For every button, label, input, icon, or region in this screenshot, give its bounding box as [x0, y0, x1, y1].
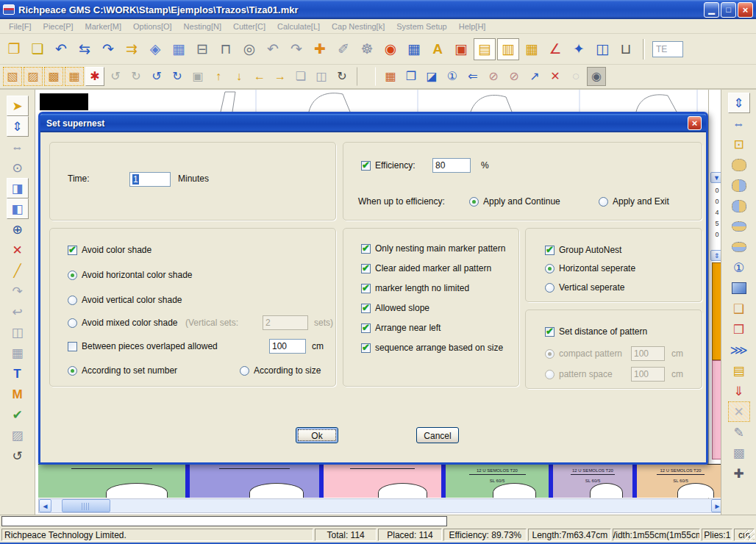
stack-pieces-icon[interactable]: ▦: [7, 343, 29, 363]
zoom-all-icon[interactable]: ⊡: [728, 134, 750, 154]
system-setting-icon[interactable]: ☸: [356, 38, 378, 60]
remove-piece-icon[interactable]: ▨: [7, 425, 29, 445]
select-icon[interactable]: ➤: [7, 96, 29, 116]
marker-length-no-limited-checkbox[interactable]: [361, 284, 371, 293]
resize-grip[interactable]: [744, 530, 755, 540]
redo-icon[interactable]: ↷: [285, 38, 307, 60]
zoom-height-icon[interactable]: ⇕: [728, 93, 750, 113]
vertical-seperate-radio[interactable]: [545, 283, 554, 293]
add-piece-small-icon[interactable]: ❏: [291, 67, 310, 86]
piece-style-2-icon[interactable]: [728, 175, 750, 196]
slope-disabled-2-icon[interactable]: ⊘: [504, 67, 524, 86]
overlap-input[interactable]: 100: [269, 339, 306, 354]
edit-piece-icon[interactable]: ✎: [728, 422, 750, 443]
zoom-region-disabled-icon[interactable]: ◌: [566, 67, 585, 86]
slope-disabled-1-icon[interactable]: ⊘: [484, 67, 503, 86]
menu-item[interactable]: System Setup: [391, 21, 452, 32]
move-up-icon[interactable]: ↑: [209, 67, 228, 86]
select-region-disabled-icon[interactable]: ▣: [188, 67, 207, 86]
menu-item[interactable]: Calculate[L]: [271, 21, 326, 32]
maximize-button[interactable]: □: [721, 2, 736, 18]
apply-and-continue-radio[interactable]: [469, 197, 479, 207]
efficiency-checkbox[interactable]: [361, 161, 371, 171]
menu-item[interactable]: Marker[M]: [79, 21, 128, 32]
marker-piece-green-2[interactable]: 12 U SEMOLOS T20 SL 60/5: [446, 464, 549, 498]
image-transfer-icon[interactable]: ▣: [450, 38, 472, 60]
rotate-arc-icon[interactable]: ↷: [7, 281, 29, 301]
pair-piece-icon[interactable]: ◫: [312, 67, 331, 86]
marker-piece-pink[interactable]: [324, 464, 441, 498]
piece-flip-icon[interactable]: ◪: [422, 67, 441, 86]
apply-and-exit-radio[interactable]: [599, 197, 608, 207]
move-left-icon[interactable]: ←: [250, 67, 269, 86]
close-button[interactable]: ×: [738, 2, 753, 18]
zoom-width-icon[interactable]: ⇔: [728, 113, 750, 134]
zoom-in-icon[interactable]: ⊕: [7, 219, 29, 240]
folder-insert-icon[interactable]: ⇓: [728, 381, 750, 401]
measure-icon[interactable]: ╱: [7, 260, 29, 281]
folder-rows-icon[interactable]: ▤: [728, 360, 750, 381]
piece-star-icon[interactable]: ✦: [568, 38, 590, 60]
move-right-icon[interactable]: →: [271, 67, 290, 86]
plotter-icon[interactable]: ⊓: [215, 38, 237, 60]
marker-table-view-icon[interactable]: ▦: [521, 38, 543, 60]
refresh-icon[interactable]: ↻: [332, 67, 352, 86]
open-next-marker-icon[interactable]: ↷: [97, 38, 119, 60]
marker-piece-tan[interactable]: 12 U SEMOLOS T20 SL 60/5: [637, 464, 724, 498]
zoom-vertical-icon[interactable]: ⇕: [7, 116, 29, 137]
nest-tool-4-icon[interactable]: ▦: [65, 67, 84, 86]
gradient-rect-icon[interactable]: [728, 278, 750, 298]
group-autonest-checkbox[interactable]: [545, 246, 554, 255]
cancel-button[interactable]: Cancel: [416, 427, 459, 443]
menu-item[interactable]: Piece[P]: [38, 21, 79, 32]
piece-style-5-icon[interactable]: [728, 237, 750, 257]
zoom-active-icon[interactable]: ◉: [587, 67, 606, 86]
piece-pin-icon[interactable]: ↗: [525, 67, 544, 86]
avoid-color-shade-checkbox[interactable]: [68, 246, 77, 255]
measure-setting-icon[interactable]: ✐: [332, 38, 354, 60]
save-marker-icon[interactable]: ◈: [144, 38, 166, 60]
image-view-icon[interactable]: ▦: [381, 67, 400, 86]
text-tool-icon[interactable]: T: [7, 363, 29, 384]
move-piece-icon[interactable]: ✚: [728, 463, 750, 484]
piece-copy-icon[interactable]: ❐: [402, 67, 421, 86]
open-multi-marker-icon[interactable]: ⇉: [121, 38, 143, 60]
avoid-horizontal-color-shade-radio[interactable]: [68, 271, 77, 280]
set-distance-of-pattern-checkbox[interactable]: [545, 327, 554, 337]
nest-tool-2-icon[interactable]: ▨: [24, 67, 43, 86]
disabled-cross-icon[interactable]: ✕: [728, 401, 750, 422]
outline-piece-icon[interactable]: ❒: [728, 319, 750, 340]
menu-item[interactable]: Options[O]: [127, 21, 178, 32]
menu-item[interactable]: Help[H]: [453, 21, 492, 32]
split-piece-icon[interactable]: ◫: [591, 38, 613, 60]
piece-count-icon[interactable]: ①: [728, 257, 750, 278]
piece-number-icon[interactable]: ①: [443, 67, 462, 86]
menu-item[interactable]: File[F]: [3, 21, 38, 32]
scroll-track[interactable]: [51, 499, 711, 512]
rotate-right-icon[interactable]: ↻: [168, 67, 187, 86]
dialog-close-button[interactable]: ×: [688, 116, 702, 130]
new-marker-icon[interactable]: ❏: [26, 38, 49, 60]
color-wheel-icon[interactable]: ◉: [379, 38, 402, 60]
zoom-horizontal-icon[interactable]: ⇔: [7, 137, 29, 157]
pair-pieces-icon[interactable]: ◫: [7, 322, 29, 343]
angle-rotate-icon[interactable]: ∠: [544, 38, 566, 60]
marker-piece-green-1[interactable]: [38, 464, 185, 498]
only-nesting-main-marker-pattern-checkbox[interactable]: [361, 244, 371, 254]
rotate-left-disabled-icon[interactable]: ↺: [106, 67, 125, 86]
piece-back-icon[interactable]: ⇐: [463, 67, 482, 86]
horizontal-seperate-radio[interactable]: [545, 264, 554, 273]
arrange-arrows-icon[interactable]: ⋙: [728, 340, 750, 360]
scroll-thumb[interactable]: [62, 499, 110, 512]
according-to-size-radio[interactable]: [240, 366, 249, 376]
open-previous-marker-icon[interactable]: ↶: [50, 38, 72, 60]
piece-style-4-icon[interactable]: [728, 216, 750, 237]
marker-list-view-icon[interactable]: ▥: [497, 38, 519, 60]
scroll-left-button[interactable]: ◄: [39, 499, 51, 512]
overlap-pieces-icon[interactable]: ❑: [728, 298, 750, 319]
sequence-arrange-based-on-size-checkbox[interactable]: [361, 343, 371, 353]
print-preview-icon[interactable]: ◎: [238, 38, 260, 60]
add-piece-icon[interactable]: ✚: [309, 38, 331, 60]
rotate-right-disabled-icon[interactable]: ↻: [126, 67, 146, 86]
move-down-icon[interactable]: ↓: [229, 67, 249, 86]
